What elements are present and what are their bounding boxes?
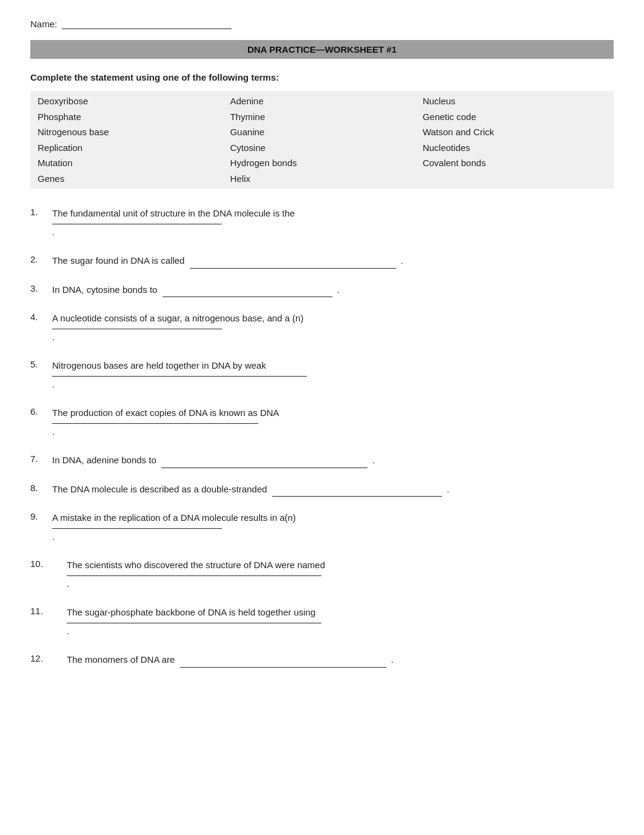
- q4-answer-line: [52, 329, 222, 329]
- term-cytosine: Cytosine: [230, 143, 265, 153]
- q3-num: 3.: [30, 282, 52, 293]
- term-nitrogenous-base: Nitrogenous base: [38, 127, 109, 137]
- q7-answer-line: [161, 457, 367, 468]
- q10-content: The scientists who discovered the struct…: [67, 557, 614, 591]
- q6-answer-line: [52, 423, 258, 424]
- question-2: 2. The sugar found in DNA is called .: [30, 253, 614, 269]
- question-7: 7. In DNA, adenine bonds to .: [30, 452, 614, 468]
- q8-content: The DNA molecule is described as a doubl…: [52, 481, 614, 497]
- q7-text: In DNA, adenine bonds to: [52, 455, 156, 465]
- q1-text: The fundamental unit of structure in the…: [52, 208, 295, 218]
- q10-text: The scientists who discovered the struct…: [67, 560, 325, 570]
- q1-num: 1.: [30, 206, 52, 217]
- q2-text: The sugar found in DNA is called: [52, 255, 184, 266]
- q9-text-after: .: [52, 531, 55, 542]
- q6-text: The production of exact copies of DNA is…: [52, 407, 279, 418]
- q1-content: The fundamental unit of structure in the…: [52, 206, 614, 240]
- q12-answer-line: [180, 657, 386, 668]
- q10-text-after: .: [67, 578, 69, 589]
- questions-section: 1. The fundamental unit of structure in …: [30, 206, 614, 668]
- term-guanine: Guanine: [230, 127, 264, 137]
- q5-num: 5.: [30, 358, 52, 369]
- term-adenine: Adenine: [230, 96, 263, 106]
- q11-answer-line: [67, 623, 321, 623]
- title-bar: DNA PRACTICE—WORKSHEET #1: [30, 40, 614, 59]
- q1-answer-line: [52, 224, 222, 224]
- term-genes: Genes: [38, 173, 64, 184]
- question-11: 11. The sugar-phosphate backbone of DNA …: [30, 605, 614, 639]
- q9-text: A mistake in the replication of a DNA mo…: [52, 512, 296, 523]
- term-helix: Helix: [230, 173, 250, 184]
- q3-text: In DNA, cytosine bonds to: [52, 284, 157, 295]
- q8-text-after: .: [447, 484, 449, 494]
- q11-text-after: .: [67, 626, 69, 636]
- q6-num: 6.: [30, 405, 52, 417]
- q7-text-after: .: [372, 455, 375, 465]
- q8-answer-line: [272, 486, 442, 497]
- q12-num: 12.: [30, 652, 67, 663]
- q5-content: Nitrogenous bases are held together in D…: [52, 358, 614, 392]
- q9-answer-line: [52, 528, 222, 529]
- q7-num: 7.: [30, 452, 52, 464]
- term-thymine: Thymine: [230, 112, 265, 122]
- q1-text-after: .: [52, 227, 55, 237]
- q11-num: 11.: [30, 605, 67, 616]
- terms-col2: Adenine Thymine Guanine Cytosine Hydroge…: [223, 91, 415, 189]
- term-nucleotides: Nucleotides: [423, 143, 470, 153]
- q5-text-after: .: [52, 379, 55, 389]
- q11-content: The sugar-phosphate backbone of DNA is h…: [67, 605, 614, 639]
- q2-num: 2.: [30, 253, 52, 264]
- name-underline-line: [62, 18, 232, 29]
- instruction-text: Complete the statement using one of the …: [30, 72, 614, 82]
- question-4: 4. A nucleotide consists of a sugar, a n…: [30, 310, 614, 344]
- question-9: 9. A mistake in the replication of a DNA…: [30, 510, 614, 544]
- q8-text: The DNA molecule is described as a doubl…: [52, 484, 267, 494]
- question-6: 6. The production of exact copies of DNA…: [30, 405, 614, 439]
- worksheet-title: DNA PRACTICE—WORKSHEET #1: [247, 44, 397, 55]
- name-label: Name:: [30, 19, 57, 29]
- q3-content: In DNA, cytosine bonds to .: [52, 282, 614, 298]
- question-5: 5. Nitrogenous bases are held together i…: [30, 358, 614, 392]
- question-3: 3. In DNA, cytosine bonds to .: [30, 282, 614, 298]
- term-mutation: Mutation: [38, 158, 73, 168]
- q10-answer-line: [67, 575, 321, 576]
- q12-content: The monomers of DNA are .: [67, 652, 614, 668]
- q2-answer-line: [190, 258, 396, 269]
- q6-text-after: .: [52, 426, 55, 437]
- term-watson-crick: Watson and Crick: [423, 127, 494, 137]
- q3-text-after: .: [337, 284, 340, 295]
- question-10: 10. The scientists who discovered the st…: [30, 557, 614, 591]
- term-deoxyribose: Deoxyribose: [38, 96, 88, 106]
- term-replication: Replication: [38, 143, 82, 153]
- terms-table: Deoxyribose Phosphate Nitrogenous base R…: [30, 91, 614, 189]
- terms-col1: Deoxyribose Phosphate Nitrogenous base R…: [30, 91, 223, 189]
- name-field: Name:: [30, 18, 614, 29]
- term-nucleus: Nucleus: [423, 96, 455, 106]
- question-1: 1. The fundamental unit of structure in …: [30, 206, 614, 240]
- term-hydrogen-bonds: Hydrogen bonds: [230, 158, 297, 168]
- q2-content: The sugar found in DNA is called .: [52, 253, 614, 269]
- q2-text-after: .: [401, 255, 403, 266]
- q5-answer-line: [52, 376, 307, 377]
- q10-num: 10.: [30, 557, 67, 569]
- q9-num: 9.: [30, 510, 52, 521]
- q4-num: 4.: [30, 310, 52, 322]
- q12-text-after: .: [391, 654, 394, 665]
- q3-answer-line: [163, 286, 332, 297]
- q7-content: In DNA, adenine bonds to .: [52, 452, 614, 468]
- terms-row: Deoxyribose Phosphate Nitrogenous base R…: [30, 91, 614, 189]
- q12-text: The monomers of DNA are: [67, 654, 175, 665]
- q6-content: The production of exact copies of DNA is…: [52, 405, 614, 439]
- q4-text-after: .: [52, 332, 55, 342]
- question-12: 12. The monomers of DNA are .: [30, 652, 614, 668]
- q5-text: Nitrogenous bases are held together in D…: [52, 360, 266, 371]
- question-8: 8. The DNA molecule is described as a do…: [30, 481, 614, 497]
- term-phosphate: Phosphate: [38, 112, 81, 122]
- terms-col3: Nucleus Genetic code Watson and Crick Nu…: [415, 91, 614, 189]
- term-genetic-code: Genetic code: [423, 112, 476, 122]
- q9-content: A mistake in the replication of a DNA mo…: [52, 510, 614, 544]
- term-covalent-bonds: Covalent bonds: [423, 158, 486, 168]
- q4-text: A nucleotide consists of a sugar, a nitr…: [52, 313, 303, 323]
- q4-content: A nucleotide consists of a sugar, a nitr…: [52, 310, 614, 344]
- q11-text: The sugar-phosphate backbone of DNA is h…: [67, 607, 315, 617]
